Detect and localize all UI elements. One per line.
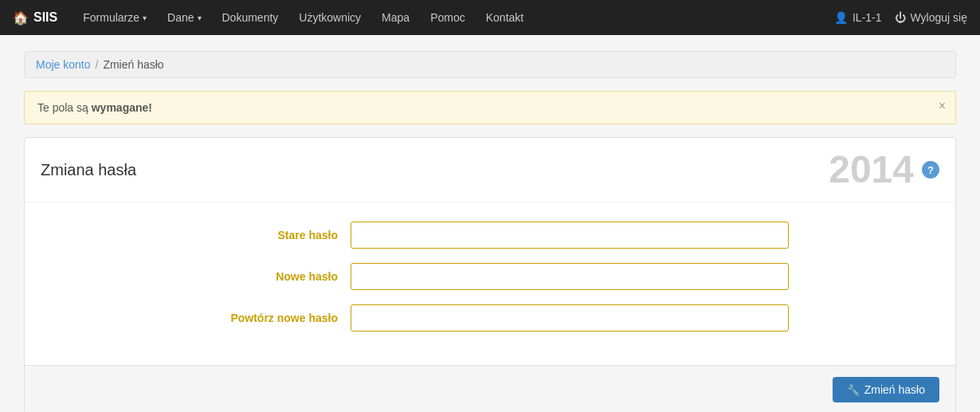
label-confirm-password: Powtórz nowe hasło <box>191 312 351 324</box>
dropdown-arrow-icon: ▾ <box>198 14 202 22</box>
navbar: 🏠 SIIS Formularze ▾Dane ▾DokumentyUżytko… <box>0 0 980 35</box>
navbar-logout[interactable]: ⏻ Wyloguj się <box>895 11 967 24</box>
input-old-password[interactable] <box>351 222 789 249</box>
card-header: Zmiana hasła 2014 ? <box>25 138 955 202</box>
main-content: Moje konto / Zmień hasło Te pola są wyma… <box>0 35 980 412</box>
input-confirm-password[interactable] <box>351 304 789 332</box>
nav-item-dane[interactable]: Dane ▾ <box>158 0 210 35</box>
home-icon: 🏠 <box>13 10 29 26</box>
card-body: Stare hasłoNowe hasłoPowtórz nowe hasło <box>25 202 955 365</box>
label-old-password: Stare hasło <box>191 229 351 241</box>
alert-close-button[interactable]: × <box>939 100 946 112</box>
card-footer: 🔧 Zmień hasło <box>25 365 955 412</box>
nav-item-formularze[interactable]: Formularze ▾ <box>73 0 156 35</box>
alert-text: Te pola są wymagane! <box>37 101 152 114</box>
submit-button[interactable]: 🔧 Zmień hasło <box>833 377 939 402</box>
dropdown-arrow-icon: ▾ <box>143 14 147 22</box>
breadcrumb-separator: / <box>95 58 98 71</box>
wrench-icon: 🔧 <box>847 384 860 396</box>
label-new-password: Nowe hasło <box>191 270 351 283</box>
breadcrumb: Moje konto / Zmień hasło <box>24 51 956 78</box>
navbar-right: 👤 IL-1-1 ⏻ Wyloguj się <box>834 11 967 24</box>
power-icon: ⏻ <box>895 11 906 24</box>
brand-name: SIIS <box>33 10 57 25</box>
card-title: Zmiana hasła <box>41 161 136 179</box>
input-new-password[interactable] <box>351 263 789 290</box>
user-icon: 👤 <box>834 11 848 24</box>
logout-label: Wyloguj się <box>911 11 967 24</box>
breadcrumb-link[interactable]: Moje konto <box>36 58 90 71</box>
alert-text-bold: wymagane! <box>92 101 152 114</box>
nav-item-mapa[interactable]: Mapa <box>372 0 419 35</box>
nav-item-użytkownicy[interactable]: Użytkownicy <box>289 0 370 35</box>
brand-logo[interactable]: 🏠 SIIS <box>13 10 57 26</box>
username-label: IL-1-1 <box>853 11 882 24</box>
year-watermark: 2014 <box>829 151 914 189</box>
form-group-new-password: Nowe hasło <box>191 263 789 290</box>
breadcrumb-current: Zmień hasło <box>103 58 163 71</box>
nav-item-kontakt[interactable]: Kontakt <box>476 0 533 35</box>
submit-label: Zmień hasło <box>864 383 925 396</box>
nav-item-pomoc[interactable]: Pomoc <box>421 0 475 35</box>
form-group-old-password: Stare hasło <box>191 222 789 249</box>
change-password-card: Zmiana hasła 2014 ? Stare hasłoNowe hasł… <box>24 137 956 412</box>
card-header-right: 2014 ? <box>829 151 939 189</box>
nav-menu: Formularze ▾Dane ▾DokumentyUżytkownicyMa… <box>73 0 834 35</box>
alert-warning: Te pola są wymagane! × <box>24 91 956 124</box>
form-group-confirm-password: Powtórz nowe hasło <box>191 304 789 332</box>
nav-item-dokumenty[interactable]: Dokumenty <box>213 0 288 35</box>
navbar-user[interactable]: 👤 IL-1-1 <box>834 11 882 24</box>
alert-text-prefix: Te pola są <box>37 101 92 114</box>
help-icon-button[interactable]: ? <box>922 161 939 179</box>
